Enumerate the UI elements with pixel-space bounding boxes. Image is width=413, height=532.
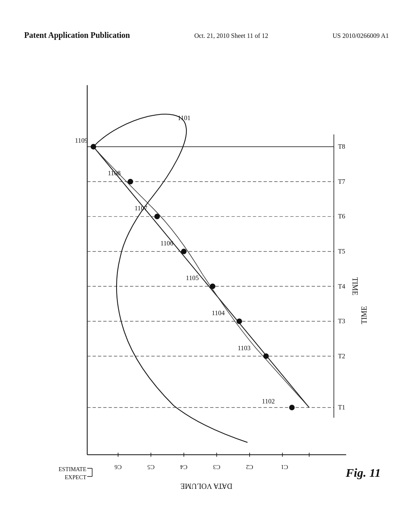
- t7-label: T7: [338, 178, 345, 185]
- label-1107: 1107: [134, 204, 147, 212]
- t6-label: T6: [338, 212, 345, 220]
- node-1102: [290, 405, 294, 410]
- label-1101: 1101: [177, 114, 190, 122]
- diagram-area: TIME T8 T7 T6 T5 T4 T3 T2 T1 TIME: [24, 60, 397, 492]
- diagram-svg: TIME T8 T7 T6 T5 T4 T3 T2 T1 TIME: [24, 60, 397, 492]
- t2-label: T2: [338, 352, 345, 360]
- col-c1: C1: [281, 464, 288, 471]
- label-1104: 1104: [212, 309, 225, 317]
- label-1106: 1106: [161, 239, 173, 247]
- publication-title: Patent Application Publication: [24, 31, 130, 40]
- x-axis-label: DATA VOLUME: [180, 482, 232, 490]
- node-1106: [181, 249, 186, 254]
- col-c3: C3: [213, 464, 220, 471]
- t5-label: T5: [338, 247, 345, 255]
- label-1108: 1108: [108, 169, 121, 177]
- col-c6: C6: [114, 464, 121, 471]
- label-1105: 1105: [186, 274, 199, 282]
- node-1107: [154, 214, 159, 219]
- estimate-label: ESTIMATE: [58, 466, 86, 472]
- label-1103: 1103: [238, 344, 250, 352]
- svg-line-11: [94, 147, 309, 407]
- t1-label: T1: [338, 403, 345, 411]
- publication-number: US 2010/0266009 A1: [332, 32, 389, 39]
- t4-label: T4: [338, 283, 345, 290]
- col-c2: C2: [246, 464, 253, 471]
- node-1104: [237, 319, 242, 324]
- label-1102: 1102: [262, 397, 275, 405]
- page-header: Patent Application Publication Oct. 21, …: [0, 31, 413, 40]
- publication-date-sheet: Oct. 21, 2010 Sheet 11 of 12: [194, 32, 268, 39]
- node-1109: [91, 144, 96, 149]
- figure-label: Fig. 11: [346, 466, 381, 480]
- label-1109: 1109: [75, 137, 88, 144]
- col-c4: C4: [180, 464, 187, 471]
- expect-label: EXPECT: [65, 474, 86, 480]
- col-c5: C5: [147, 464, 154, 471]
- node-1105: [210, 284, 215, 289]
- node-1103: [263, 354, 268, 359]
- node-1108: [128, 179, 133, 184]
- time-axis-label: TIME: [351, 277, 359, 295]
- time-label-rotated: TIME: [360, 306, 368, 324]
- page: Patent Application Publication Oct. 21, …: [0, 0, 413, 532]
- t3-label: T3: [338, 317, 345, 325]
- t8-label: T8: [338, 143, 345, 150]
